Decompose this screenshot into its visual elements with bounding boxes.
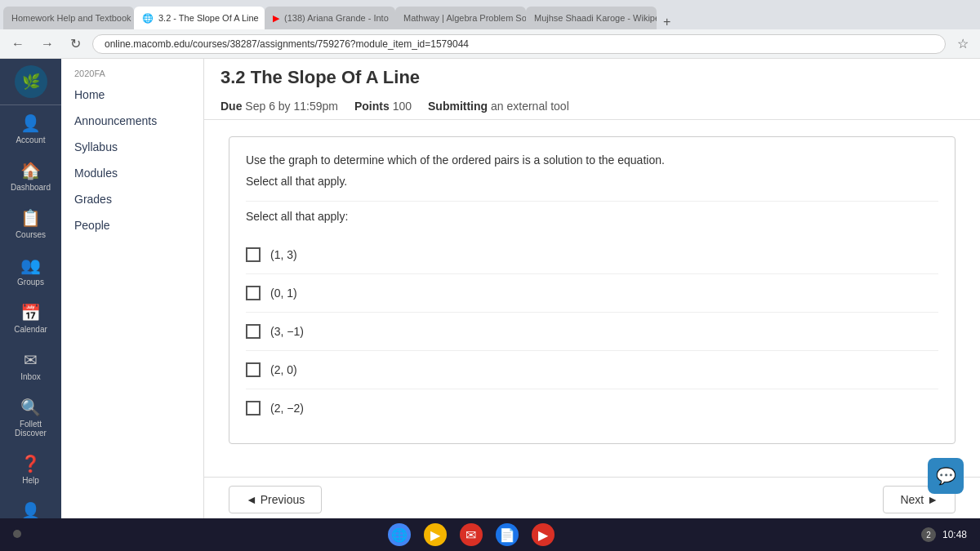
tab-label: Mathway | Algebra Problem So <box>403 13 526 23</box>
select-all-label: Select all that apply. <box>246 175 938 188</box>
reload-button[interactable]: ↻ <box>65 34 86 53</box>
inbox-icon: ✉ <box>24 350 38 370</box>
choice-label-5: (2, −2) <box>270 402 304 415</box>
new-tab-button[interactable]: + <box>657 15 677 29</box>
follett-icon: 🔍 <box>20 398 41 417</box>
taskbar-time: 10:48 <box>942 529 967 540</box>
meta-row: Due Sep 6 by 11:59pm Points 100 Submitti… <box>220 93 964 119</box>
sidebar-course-label: 2020FA <box>61 65 203 82</box>
account-icon: 👤 <box>20 113 41 133</box>
address-input[interactable] <box>92 34 946 54</box>
taskbar-dot <box>13 530 21 538</box>
taskbar-play[interactable]: ▶ <box>424 523 447 546</box>
tab-slope[interactable]: 🌐 3.2 - The Slope Of A Line ✕ <box>134 7 265 29</box>
icon-nav: 🌿 👤 Account 🏠 Dashboard 📋 Courses 👥 Grou… <box>0 59 61 518</box>
student-icon: 👤 <box>20 501 41 518</box>
nav-groups-label: Groups <box>17 278 44 287</box>
sidebar-item-announcements[interactable]: Announcements <box>61 108 203 134</box>
tab-wiki[interactable]: Mujhse Shaadi Karoge - Wikipe ✕ <box>526 7 657 29</box>
address-bar-row: ← → ↻ ☆ <box>0 29 980 59</box>
taskbar-youtube[interactable]: ▶ <box>532 523 555 546</box>
help-icon: ❓ <box>20 454 41 473</box>
nav-student[interactable]: 👤 Student <box>0 493 61 518</box>
choice-row-3: (3, −1) <box>246 313 938 351</box>
choice-row-1: (1, 3) <box>246 236 938 274</box>
chat-icon: 💬 <box>936 466 956 486</box>
calendar-icon: 📅 <box>20 303 41 322</box>
taskbar-left <box>13 529 21 540</box>
taskbar: 🌐 ▶ ✉ 📄 ▶ 2 10:48 <box>0 518 980 551</box>
back-button[interactable]: ← <box>7 35 29 53</box>
nav-help[interactable]: ❓ Help <box>0 446 61 493</box>
nav-calendar-label: Calendar <box>14 325 47 334</box>
dashboard-icon: 🏠 <box>20 161 41 180</box>
checkbox-2[interactable] <box>246 286 261 300</box>
tab-label: Mujhse Shaadi Karoge - Wikipe <box>534 13 657 23</box>
nav-dashboard-label: Dashboard <box>11 183 51 192</box>
notification-badge: 2 <box>921 527 936 542</box>
previous-button[interactable]: ◄ Previous <box>229 486 322 513</box>
sidebar-item-people[interactable]: People <box>61 212 203 238</box>
points-label: Points 100 <box>354 100 412 113</box>
tab-favicon: 🌐 <box>142 13 154 24</box>
due-label: Due Sep 6 by 11:59pm <box>220 100 338 113</box>
nav-inbox-label: Inbox <box>20 372 40 381</box>
nav-buttons: ◄ Previous Next ► <box>204 477 980 518</box>
nav-inbox[interactable]: ✉ Inbox <box>0 342 61 389</box>
question-box: Use the graph to determine which of the … <box>229 136 956 444</box>
nav-groups[interactable]: 👥 Groups <box>0 247 61 295</box>
sidebar-item-home[interactable]: Home <box>61 82 203 108</box>
logo-icon: 🌿 <box>22 73 40 91</box>
nav-courses[interactable]: 📋 Courses <box>0 200 61 247</box>
taskbar-right: 2 10:48 <box>921 527 967 542</box>
app-body: 🌿 👤 Account 🏠 Dashboard 📋 Courses 👥 Grou… <box>0 59 980 518</box>
canvas-logo: 🌿 <box>15 65 47 98</box>
taskbar-center: 🌐 ▶ ✉ 📄 ▶ <box>388 523 555 546</box>
choice-row-4: (2, 0) <box>246 351 938 389</box>
forward-button[interactable]: → <box>36 35 59 53</box>
nav-account[interactable]: 👤 Account <box>0 105 61 153</box>
choice-label-1: (1, 3) <box>270 248 297 261</box>
nav-courses-label: Courses <box>16 230 46 239</box>
sidebar-item-syllabus[interactable]: Syllabus <box>61 134 203 160</box>
bookmark-button[interactable]: ☆ <box>952 34 973 53</box>
sidebar: 2020FA Home Announcements Syllabus Modul… <box>61 59 204 518</box>
courses-icon: 📋 <box>20 208 41 228</box>
question-instructions: Use the graph to determine which of the … <box>246 153 938 167</box>
choice-label-3: (3, −1) <box>270 325 304 338</box>
nav-follett-label: Follett Discover <box>3 420 58 438</box>
taskbar-docs[interactable]: 📄 <box>496 523 519 546</box>
checkbox-3[interactable] <box>246 324 261 339</box>
tab-bar: Homework Help and Textbook ✕ 🌐 3.2 - The… <box>0 0 980 29</box>
checkbox-1[interactable] <box>246 247 261 262</box>
nav-account-label: Account <box>16 136 45 144</box>
tab-label: Homework Help and Textbook <box>11 13 131 23</box>
nav-dashboard[interactable]: 🏠 Dashboard <box>0 153 61 200</box>
chat-fab[interactable]: 💬 <box>928 458 964 494</box>
page-title: 3.2 The Slope Of A Line <box>220 67 964 88</box>
nav-follett[interactable]: 🔍 Follett Discover <box>0 389 61 446</box>
choice-row-5: (2, −2) <box>246 389 938 427</box>
choice-row-2: (0, 1) <box>246 274 938 313</box>
checkbox-5[interactable] <box>246 401 261 415</box>
select-all-label2: Select all that apply: <box>246 210 938 223</box>
tab-homework[interactable]: Homework Help and Textbook ✕ <box>3 7 134 29</box>
groups-icon: 👥 <box>20 256 41 275</box>
choice-label-2: (0, 1) <box>270 287 297 300</box>
tab-favicon: ▶ <box>273 13 279 24</box>
content-header: 3.2 The Slope Of A Line Due Sep 6 by 11:… <box>204 59 980 120</box>
tab-mathway[interactable]: Mathway | Algebra Problem So ✕ <box>395 7 526 29</box>
taskbar-chrome[interactable]: 🌐 <box>388 523 411 546</box>
content-body: Use the graph to determine which of the … <box>204 120 980 477</box>
sidebar-item-grades[interactable]: Grades <box>61 186 203 212</box>
choice-label-4: (2, 0) <box>270 363 297 376</box>
logo-area: 🌿 <box>0 59 61 105</box>
taskbar-gmail[interactable]: ✉ <box>460 523 483 546</box>
nav-calendar[interactable]: 📅 Calendar <box>0 295 61 342</box>
sidebar-item-modules[interactable]: Modules <box>61 160 203 186</box>
tab-label: 3.2 - The Slope Of A Line <box>158 13 259 23</box>
tab-ariana[interactable]: ▶ (138) Ariana Grande - Into ✕ <box>265 7 395 29</box>
nav-help-label: Help <box>22 476 39 485</box>
main-content: 3.2 The Slope Of A Line Due Sep 6 by 11:… <box>204 59 980 518</box>
checkbox-4[interactable] <box>246 362 261 377</box>
